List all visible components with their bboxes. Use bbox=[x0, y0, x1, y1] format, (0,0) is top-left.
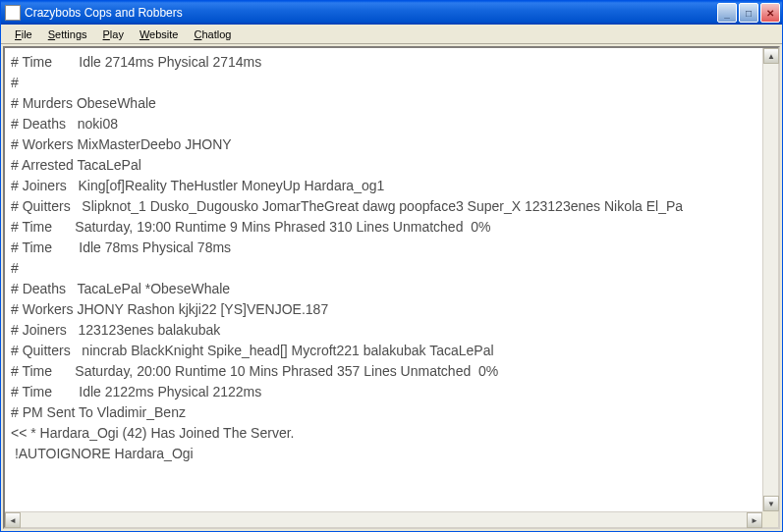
log-line: # PM Sent To Vladimir_Benz bbox=[11, 402, 756, 423]
log-line: # Quitters Slipknot_1 Dusko_Dugousko Jom… bbox=[11, 196, 756, 217]
log-line: # Time Idle 2714ms Physical 2714ms bbox=[11, 52, 756, 73]
window-title: Crazybobs Cops and Robbers bbox=[25, 6, 717, 20]
menu-label: hatlog bbox=[201, 28, 231, 40]
application-window: Crazybobs Cops and Robbers _ □ ✕ File Se… bbox=[0, 0, 783, 532]
scroll-corner bbox=[762, 511, 778, 527]
menubar: File Settings Play Website Chatlog bbox=[1, 25, 782, 44]
scroll-left-button[interactable]: ◄ bbox=[5, 512, 21, 528]
log-viewport: # Time Idle 2714ms Physical 2714ms## Mur… bbox=[5, 48, 778, 511]
scroll-track-horizontal[interactable] bbox=[21, 512, 747, 527]
titlebar[interactable]: Crazybobs Cops and Robbers _ □ ✕ bbox=[1, 1, 782, 25]
log-line: # Joiners 123123enes balakubak bbox=[11, 320, 756, 341]
menu-label: lay bbox=[110, 28, 124, 40]
log-line: # Murders ObeseWhale bbox=[11, 93, 756, 114]
log-line: # Joiners King[of]Reality TheHustler Mon… bbox=[11, 176, 756, 196]
log-line: # Arrested TacaLePal bbox=[11, 155, 756, 176]
log-line: # Workers MixMasterDeebo JHONY bbox=[11, 134, 756, 155]
log-line: # Workers JHONY Rashon kjkji22 [YS]VENJO… bbox=[11, 299, 756, 320]
close-button[interactable]: ✕ bbox=[760, 3, 780, 23]
log-line: # Time Idle 2122ms Physical 2122ms bbox=[11, 382, 756, 402]
menu-label: ebsite bbox=[149, 28, 178, 40]
minimize-button[interactable]: _ bbox=[717, 3, 737, 23]
menu-label: ile bbox=[22, 28, 32, 40]
horizontal-scrollbar[interactable]: ◄ ► bbox=[5, 511, 762, 527]
log-line: # Quitters nincrab BlackKnight Spike_hea… bbox=[11, 341, 756, 361]
log-line: << * Hardara_Ogi (42) Has Joined The Ser… bbox=[11, 423, 756, 444]
log-line: # Time Idle 78ms Physical 78ms bbox=[11, 238, 756, 258]
log-line: # Time Saturday, 20:00 Runtime 10 Mins P… bbox=[11, 361, 756, 382]
log-line: # bbox=[11, 258, 756, 279]
log-line: # Time Saturday, 19:00 Runtime 9 Mins Ph… bbox=[11, 217, 756, 238]
log-frame: # Time Idle 2714ms Physical 2714ms## Mur… bbox=[3, 46, 780, 529]
scroll-track-vertical[interactable] bbox=[763, 64, 778, 496]
log-line: # bbox=[11, 73, 756, 93]
menu-website[interactable]: Website bbox=[132, 27, 187, 42]
app-icon bbox=[5, 5, 21, 21]
horizontal-scrollbar-row: ◄ ► bbox=[5, 511, 778, 527]
scroll-right-button[interactable]: ► bbox=[747, 512, 762, 528]
scroll-up-button[interactable]: ▲ bbox=[763, 48, 779, 64]
menu-label: ettings bbox=[55, 28, 86, 40]
menu-settings[interactable]: Settings bbox=[40, 27, 95, 42]
menu-chatlog[interactable]: Chatlog bbox=[186, 27, 239, 42]
vertical-scrollbar[interactable]: ▲ ▼ bbox=[762, 48, 778, 511]
log-body[interactable]: # Time Idle 2714ms Physical 2714ms## Mur… bbox=[5, 48, 762, 511]
log-line: !AUTOIGNORE Hardara_Ogi bbox=[11, 444, 756, 464]
log-line: # Deaths TacaLePal *ObeseWhale bbox=[11, 279, 756, 299]
menu-file[interactable]: File bbox=[7, 27, 40, 42]
content-area: # Time Idle 2714ms Physical 2714ms## Mur… bbox=[1, 44, 782, 531]
window-controls: _ □ ✕ bbox=[717, 3, 780, 23]
log-line: # Deaths noki08 bbox=[11, 114, 756, 134]
menu-play[interactable]: Play bbox=[95, 27, 132, 42]
scroll-down-button[interactable]: ▼ bbox=[763, 496, 779, 511]
maximize-button[interactable]: □ bbox=[739, 3, 758, 23]
